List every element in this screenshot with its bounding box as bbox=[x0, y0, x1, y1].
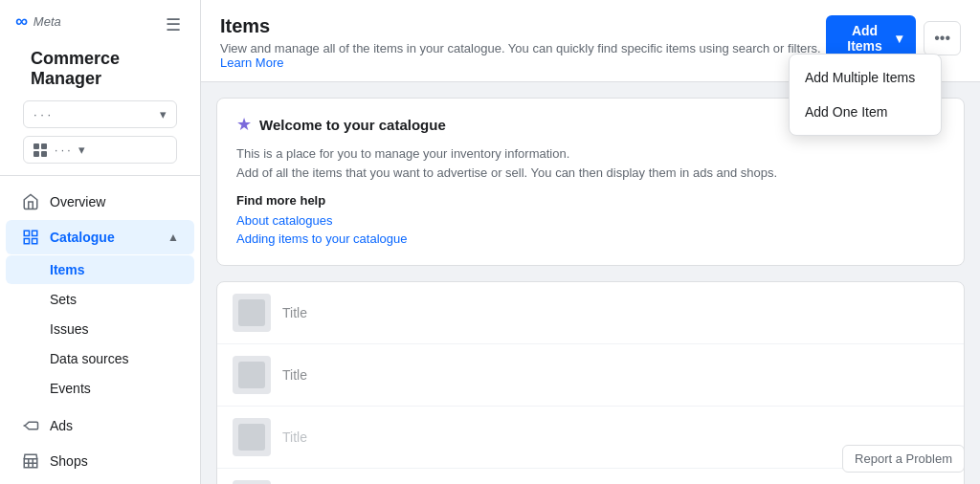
page-subtitle: View and manage all of the items in your… bbox=[220, 41, 826, 70]
header-left: Items View and manage all of the items i… bbox=[220, 15, 826, 70]
item-thumbnail bbox=[233, 480, 271, 484]
catalogue-sub-nav: Items Sets Issues Data sources Events bbox=[0, 255, 200, 407]
home-icon bbox=[21, 192, 40, 211]
page-content: ★ Welcome to your catalogue This is a pl… bbox=[201, 82, 980, 484]
svg-rect-3 bbox=[33, 239, 37, 244]
report-problem-button[interactable]: Report a Problem bbox=[842, 445, 965, 473]
hamburger-button[interactable]: ☰ bbox=[162, 12, 185, 37]
events-label: Events bbox=[50, 381, 91, 396]
item-thumbnail bbox=[233, 418, 271, 456]
item-title: Title bbox=[282, 429, 307, 445]
welcome-body: This is a place for you to manage your i… bbox=[236, 144, 945, 182]
item-title: Title bbox=[282, 305, 307, 320]
grid-selector[interactable]: · · · ▾ bbox=[23, 136, 177, 164]
meta-logo-icon: ∞ bbox=[15, 11, 28, 32]
sidebar-nav: Overview Catalogue ▲ Items Sets bbox=[0, 176, 200, 484]
sidebar-item-overview-label: Overview bbox=[50, 194, 105, 209]
dropdown-value: · · · bbox=[33, 107, 51, 121]
sidebar-item-shops[interactable]: Shops bbox=[6, 444, 194, 478]
catalogue-chevron-icon: ▲ bbox=[167, 231, 179, 244]
page-title: Items bbox=[220, 15, 826, 37]
item-thumbnail bbox=[233, 356, 271, 394]
grid-icon bbox=[33, 143, 47, 157]
catalogue-icon bbox=[21, 228, 40, 247]
item-title: Title bbox=[282, 367, 307, 383]
catalogue-item-left: Catalogue bbox=[21, 228, 115, 247]
table-row[interactable]: Title bbox=[217, 282, 964, 344]
meta-logo: ∞ Meta bbox=[15, 11, 61, 32]
sidebar-item-ads[interactable]: Ads bbox=[6, 408, 194, 443]
shops-icon bbox=[21, 451, 40, 471]
table-row[interactable]: Title bbox=[217, 344, 964, 407]
add-items-chevron-icon: ▾ bbox=[896, 31, 902, 46]
adding-items-link[interactable]: Adding items to your catalogue bbox=[236, 231, 945, 246]
sidebar-item-settings[interactable]: Settings bbox=[6, 479, 194, 484]
sidebar-item-overview[interactable]: Overview bbox=[6, 185, 194, 219]
chevron-down-icon: ▾ bbox=[160, 107, 167, 121]
sidebar-item-catalogue-label: Catalogue bbox=[50, 230, 115, 245]
sets-label: Sets bbox=[50, 292, 77, 307]
grid-chevron-icon: ▾ bbox=[78, 143, 85, 157]
items-label: Items bbox=[50, 262, 85, 277]
grid-label: · · · bbox=[55, 143, 71, 157]
sidebar-item-events[interactable]: Events bbox=[6, 374, 194, 403]
app-title: Commerce Manager bbox=[15, 41, 185, 97]
meta-label: Meta bbox=[33, 14, 61, 29]
sidebar-item-data-sources[interactable]: Data sources bbox=[6, 344, 194, 373]
data-sources-label: Data sources bbox=[50, 351, 128, 366]
more-options-button[interactable]: ••• bbox=[924, 21, 961, 55]
catalogue-dropdown[interactable]: · · · ▾ bbox=[23, 100, 177, 128]
about-catalogues-link[interactable]: About catalogues bbox=[236, 213, 945, 228]
item-thumbnail bbox=[233, 294, 271, 332]
sidebar-item-shops-label: Shops bbox=[50, 453, 88, 469]
ads-icon bbox=[21, 416, 40, 435]
svg-rect-0 bbox=[24, 231, 29, 235]
report-problem-area: Report a Problem bbox=[842, 445, 965, 473]
svg-rect-1 bbox=[33, 231, 37, 235]
add-one-item-option[interactable]: Add One Item bbox=[790, 95, 941, 129]
sidebar-item-ads-label: Ads bbox=[50, 418, 73, 433]
add-items-dropdown: Add Multiple Items Add One Item bbox=[789, 54, 942, 136]
sidebar-header: ∞ Meta ☰ Commerce Manager · · · ▾ · · · … bbox=[0, 0, 200, 176]
welcome-title: Welcome to your catalogue bbox=[259, 117, 446, 133]
add-multiple-items-option[interactable]: Add Multiple Items bbox=[790, 60, 941, 95]
svg-rect-2 bbox=[24, 239, 29, 244]
learn-more-link[interactable]: Learn More bbox=[220, 55, 283, 70]
star-icon: ★ bbox=[236, 114, 252, 135]
issues-label: Issues bbox=[50, 321, 88, 337]
main-content: Items View and manage all of the items i… bbox=[201, 0, 980, 484]
sidebar-item-sets[interactable]: Sets bbox=[6, 285, 194, 314]
sidebar-item-items[interactable]: Items bbox=[6, 255, 194, 284]
find-help-title: Find more help bbox=[236, 193, 945, 208]
sidebar: ∞ Meta ☰ Commerce Manager · · · ▾ · · · … bbox=[0, 0, 201, 484]
sidebar-item-issues[interactable]: Issues bbox=[6, 315, 194, 343]
sidebar-item-catalogue[interactable]: Catalogue ▲ bbox=[6, 220, 194, 254]
